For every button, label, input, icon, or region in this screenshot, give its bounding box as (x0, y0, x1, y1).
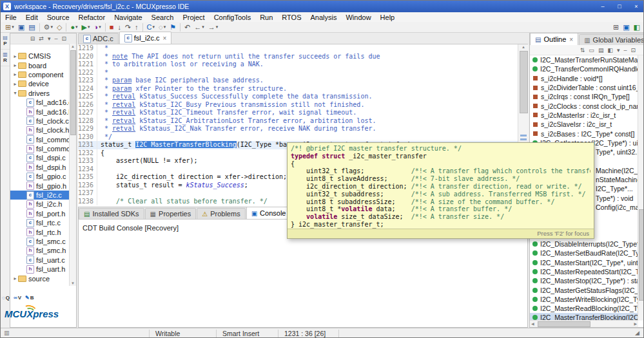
develop-perspective-button[interactable]: ▣ (621, 22, 630, 32)
outline-item[interactable]: s_i2cClocks : const clock_ip_name_t[] (530, 101, 638, 110)
editor-tab-fsl-i2c-c[interactable]: cfsl_i2c.c× (119, 32, 172, 44)
scroll-left-arrow[interactable]: ◀ (531, 321, 534, 327)
back-history-button-dropdown-arrow[interactable]: ▾ (202, 24, 204, 30)
scroll-up-arrow[interactable]: ▲ (70, 44, 76, 48)
back-history-button[interactable]: ←▾ (193, 22, 206, 32)
menu-file[interactable]: File (1, 14, 21, 21)
menu-refactor[interactable]: Refactor (74, 14, 110, 21)
hide-nonpublic-button[interactable]: ◧ (606, 45, 614, 55)
line-number[interactable]: 1232 (78, 149, 97, 158)
tree-item-fsl-rtc-h[interactable]: hfsl_rtc.h (10, 227, 70, 236)
debug-button-dropdown-arrow[interactable]: ▾ (75, 24, 78, 30)
close-window-button[interactable]: × (628, 1, 644, 12)
code-line-1228[interactable]: 1228 * retval kStatus_I2C_ArbitrationLos… (78, 117, 518, 126)
editor-tab-adc-c[interactable]: cADC.c (78, 33, 119, 44)
menu-analysis[interactable]: Analysis (306, 14, 342, 21)
line-number[interactable]: 1233 (78, 157, 97, 165)
tree-item-fsl-smc-h[interactable]: hfsl_smc.h (10, 246, 70, 255)
line-number[interactable]: 1221 (78, 61, 97, 69)
scrollbar-thumb[interactable] (639, 209, 644, 301)
scroll-right-arrow[interactable]: ▶ (634, 321, 637, 327)
code-line-1226[interactable]: 1226 * retval kStatus_I2C_Busy Previous … (78, 101, 518, 109)
expand-arrow[interactable]: ▸ (12, 53, 18, 59)
outline-item[interactable]: I2C_MasterReadBlocking(I2C_Type*,... (530, 304, 638, 313)
code-line-1222[interactable]: 1222 * (78, 69, 518, 77)
code-line-1219[interactable]: 1219 * (78, 44, 518, 53)
code-line-1230[interactable]: 1230 */ (78, 133, 518, 142)
tree-item-fsl-common-c[interactable]: cfsl_common.c (10, 135, 70, 144)
tree-item-fsl-adc16-c[interactable]: cfsl_adc16.c (10, 98, 70, 107)
profile-button[interactable]: ◑▾ (93, 22, 102, 32)
maximize-view-button[interactable]: ⊡ (629, 45, 637, 55)
line-number[interactable]: 1238 (78, 198, 97, 206)
tree-item-fsl-i2c-h[interactable]: hfsl_i2c.h (10, 200, 70, 209)
code-line-1224[interactable]: 1224 * param xfer Pointer to the transfe… (78, 85, 518, 93)
code-line-1221[interactable]: 1221 * to arbitration lost or receiving … (78, 61, 518, 69)
step-over-button[interactable]: ↷ (124, 22, 132, 32)
scrollbar-thumb[interactable] (520, 51, 528, 113)
view-tab-project-explorer[interactable]: ▤P (1, 33, 10, 50)
forward-history-button[interactable]: →▾ (207, 22, 220, 32)
sort-button[interactable]: ⇅ (579, 45, 587, 55)
outline-item[interactable]: I2C_MasterTransferRunStateMachine(I2C... (530, 55, 638, 64)
tree-item-fsl-port-h[interactable]: hfsl_port.h (10, 209, 70, 218)
minimize-view-button[interactable]: – (53, 33, 59, 44)
scroll-down-arrow[interactable]: ▼ (70, 281, 76, 285)
debug-perspective-button[interactable]: ◧ (632, 22, 641, 32)
line-number[interactable]: 1225 (78, 93, 97, 101)
outline-hscrollbar[interactable]: ◀ ▶ (530, 320, 638, 327)
minimize-window-button[interactable]: – (594, 1, 611, 12)
tree-item-fsl-rtc-c[interactable]: cfsl_rtc.c (10, 218, 70, 227)
outline-item[interactable]: I2C_MasterStart(I2C_Type*, uint8_t, i2..… (530, 258, 638, 267)
debug-button[interactable]: ●▾ (69, 22, 79, 32)
line-number[interactable]: 1234 (78, 165, 97, 174)
new-cpp-class-button[interactable]: C▾ (146, 22, 156, 32)
search-button[interactable]: ◌▾ (157, 22, 167, 32)
run-button[interactable]: ▶▾ (81, 22, 92, 32)
tree-item-cmsis[interactable]: ▸CMSIS (10, 52, 70, 61)
build-button[interactable]: ⚙▾ (43, 22, 54, 32)
tab-properties[interactable]: ▦Properties (145, 208, 197, 219)
close-tab-button[interactable]: × (569, 36, 573, 43)
view-menu-button[interactable]: ▾ (46, 33, 52, 44)
line-number[interactable]: 1228 (78, 117, 97, 126)
scrollbar-thumb[interactable] (538, 321, 590, 327)
line-number[interactable]: 1236 (78, 182, 97, 190)
menu-configtools[interactable]: ConfigTools (210, 14, 255, 21)
scrollbar-thumb[interactable] (70, 50, 76, 135)
tree-item-board[interactable]: ▸board (10, 61, 70, 70)
line-number[interactable]: 1231 (78, 141, 97, 149)
line-number[interactable]: 1222 (78, 69, 97, 77)
line-number[interactable]: 1224 (78, 85, 97, 93)
resize-grip[interactable]: ◢ (635, 330, 639, 336)
outline-item[interactable]: s_i2cMasterIsr : i2c_isr_t (530, 111, 638, 120)
tree-item-fsl-common-h[interactable]: hfsl_common.h (10, 144, 70, 153)
view-tab-registers[interactable]: ▥R (1, 50, 10, 66)
minimized-view-variables[interactable]: ∞V (14, 295, 21, 301)
expand-arrow[interactable]: ▸ (12, 62, 18, 68)
outline-item[interactable]: s_i2cIrqs : const IRQn_Type[] (530, 92, 638, 101)
menu-search[interactable]: Search (147, 14, 179, 21)
menu-project[interactable]: Project (178, 14, 209, 21)
profile-button-dropdown-arrow[interactable]: ▾ (99, 24, 101, 30)
outline-item[interactable]: I2C_MasterGetStatusFlags(I2C_Type*... (530, 285, 638, 294)
search-button-dropdown-arrow[interactable]: ▾ (164, 24, 166, 30)
code-line-1223[interactable]: 1223 * param base I2C peripheral base ad… (78, 77, 518, 85)
line-number[interactable]: 1226 (78, 101, 97, 109)
step-return-button[interactable]: ↑ (133, 22, 140, 32)
menu-edit[interactable]: Edit (21, 14, 43, 21)
menu-navigate[interactable]: Navigate (110, 14, 146, 21)
expand-arrow[interactable]: ▾ (12, 90, 18, 96)
tab-outline[interactable]: ▤Outline× (530, 33, 578, 45)
line-number[interactable]: 1229 (78, 125, 97, 133)
outline-item[interactable]: I2C_MasterStop(I2C_Type*) : status_t (530, 276, 638, 285)
explorer-scrollbar[interactable]: ▲ ▼ (69, 44, 76, 286)
code-line-1227[interactable]: 1227 * retval kStatus_I2C_Timeout Transf… (78, 109, 518, 117)
tree-item-fsl-dspi-h[interactable]: hfsl_dspi.h (10, 163, 70, 172)
tree-item-fsl-dspi-c[interactable]: cfsl_dspi.c (10, 153, 70, 162)
run-button-dropdown-arrow[interactable]: ▾ (88, 24, 90, 30)
terminate-button[interactable]: ■ (108, 22, 115, 32)
minimized-view-quick-search[interactable]: ◌Q (2, 295, 10, 301)
tree-item-fsl-smc-c[interactable]: cfsl_smc.c (10, 237, 70, 246)
collapse-all-button[interactable]: ⊟ (29, 33, 37, 44)
